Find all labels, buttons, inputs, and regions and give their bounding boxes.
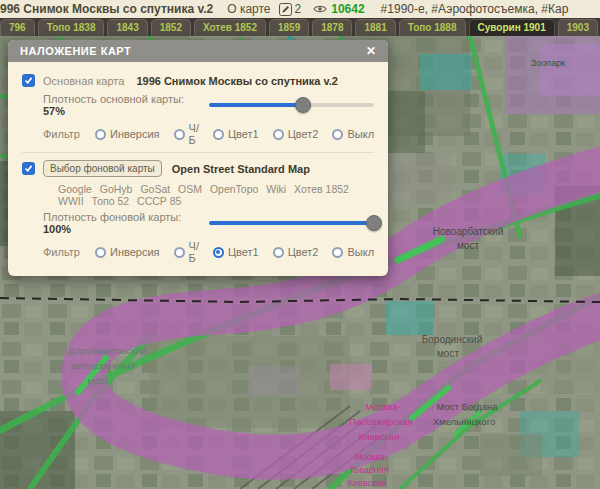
svg-text:мост: мост <box>88 375 110 386</box>
label-novoarbatsky-bridge: Новоарбатский <box>433 226 504 237</box>
radio-icon <box>332 129 343 140</box>
link-gosat[interactable]: GoSat <box>140 183 170 195</box>
label-kievsky-freight-station: Москва- <box>354 452 388 462</box>
tab-1881[interactable]: 1881 <box>355 19 395 36</box>
tab-suvorin-1901[interactable]: Суворин 1901 <box>469 19 555 36</box>
slider-fill <box>209 103 303 107</box>
svg-text:Пассажирская: Пассажирская <box>349 416 412 427</box>
radio-icon <box>213 247 224 258</box>
main-map-label: Основная карта <box>43 75 124 87</box>
background-filter-bw[interactable]: Ч/Б <box>174 240 199 264</box>
link-google[interactable]: Google <box>58 183 92 195</box>
background-filter-color2[interactable]: Цвет2 <box>273 246 319 258</box>
main-map-checkbox[interactable] <box>22 74 35 87</box>
link-opentopo[interactable]: OpenTopo <box>210 183 258 195</box>
main-filter-off[interactable]: Выкл <box>332 128 374 140</box>
main-filter-inversion[interactable]: Инверсия <box>95 128 160 140</box>
label-bogdan-khmelnitsky-bridge: Мост Богдана <box>437 401 499 412</box>
background-opacity-label: Плотность фоновой карты: 100% <box>43 211 199 235</box>
radio-icon <box>174 129 185 140</box>
main-opacity-label: Плотность основной карты: 57% <box>43 93 199 117</box>
svg-text:Товарная: Товарная <box>349 465 388 475</box>
tab-1859[interactable]: 1859 <box>269 19 309 36</box>
radio-icon <box>95 129 106 140</box>
tab-khotev-1852[interactable]: Хотев 1852 <box>194 19 266 36</box>
main-map-name: 1996 Снимок Москвы со спутника v.2 <box>136 75 338 87</box>
link-topo-52[interactable]: Топо 52 <box>92 195 130 207</box>
link-khotev-1852[interactable]: Хотев 1852 <box>294 183 349 195</box>
edit-count: 2 <box>295 2 302 16</box>
radio-icon <box>332 247 343 258</box>
top-header-bar: 996 Снимок Москвы со спутника v.2 О карт… <box>0 0 600 18</box>
background-filter-off[interactable]: Выкл <box>332 246 374 258</box>
tab-1843[interactable]: 1843 <box>107 19 147 36</box>
svg-text:Хмельницкого: Хмельницкого <box>433 416 495 427</box>
tab-topo-1888[interactable]: Топо 1888 <box>399 19 466 36</box>
background-map-name: Open Street Standard Map <box>172 163 310 175</box>
background-map-checkbox[interactable] <box>22 162 35 175</box>
slider-handle[interactable] <box>366 215 382 231</box>
tab-1878[interactable]: 1878 <box>312 19 352 36</box>
tab-topo-1838[interactable]: Топо 1838 <box>38 19 105 36</box>
background-filter-label: Фильтр <box>43 246 95 258</box>
views-count: 10642 <box>331 2 364 16</box>
label-kievsky-passenger-station: Москва- <box>365 401 401 412</box>
tab-1903-a[interactable]: 1903 <box>558 19 598 36</box>
tab-1852[interactable]: 1852 <box>151 19 191 36</box>
about-map-link[interactable]: О карте <box>227 2 270 16</box>
tab-1796[interactable]: 796 <box>0 19 35 36</box>
svg-text:Киевская: Киевская <box>348 478 387 488</box>
svg-text:мост: мост <box>457 240 479 251</box>
radio-icon <box>95 247 106 258</box>
radio-icon <box>174 247 185 258</box>
check-icon <box>24 76 33 85</box>
choose-background-map-button[interactable]: Выбор фоновой карты <box>43 160 162 177</box>
background-filter-color1[interactable]: Цвет1 <box>213 246 259 258</box>
background-opacity-value: 100% <box>43 223 71 235</box>
radio-icon <box>273 247 284 258</box>
map-year-tabs: 796 Топо 1838 1843 1852 Хотев 1852 1859 … <box>0 18 600 36</box>
map-overlay-dialog: НАЛОЖЕНИЕ КАРТ ✕ Основная карта 1996 Сни… <box>8 40 388 276</box>
dialog-header[interactable]: НАЛОЖЕНИЕ КАРТ ✕ <box>8 40 388 62</box>
label-borodinsky-bridge: Бородинский <box>422 334 483 345</box>
main-filter-label: Фильтр <box>43 128 95 140</box>
slider-handle[interactable] <box>295 97 311 113</box>
radio-icon <box>213 129 224 140</box>
label-zoo: Зоопарк <box>531 58 565 68</box>
edit-pencil-icon[interactable] <box>279 3 292 16</box>
dialog-title: НАЛОЖЕНИЕ КАРТ <box>20 45 131 57</box>
background-map-quick-links: Google GoHyb GoSat OSM OpenTopo Wiki Хот… <box>22 183 374 207</box>
close-icon[interactable]: ✕ <box>366 45 376 57</box>
main-filter-color2[interactable]: Цвет2 <box>273 128 319 140</box>
link-wiki[interactable]: Wiki <box>266 183 286 195</box>
main-opacity-slider[interactable] <box>209 97 374 113</box>
link-wwii[interactable]: WWII <box>58 195 84 207</box>
current-map-title: 996 Снимок Москвы со спутника v.2 <box>0 2 213 16</box>
background-filter-inversion[interactable]: Инверсия <box>95 246 160 258</box>
slider-fill <box>209 221 374 225</box>
svg-text:мост: мост <box>437 348 459 359</box>
eye-views-icon <box>313 4 327 14</box>
label-dorogomilovsky-bridge: Дорогомиловский <box>68 345 146 356</box>
radio-icon <box>273 129 284 140</box>
link-osm[interactable]: OSM <box>178 183 202 195</box>
svg-text:автодорожный: автодорожный <box>71 360 135 371</box>
check-icon <box>24 164 33 173</box>
section-divider <box>22 152 374 153</box>
page: 996 Снимок Москвы со спутника v.2 О карт… <box>0 0 600 489</box>
main-filter-bw[interactable]: Ч/Б <box>174 122 199 146</box>
svg-text:Киевская: Киевская <box>359 431 400 442</box>
link-gohyb[interactable]: GoHyb <box>100 183 133 195</box>
link-cccp-85[interactable]: СССР 85 <box>137 195 181 207</box>
main-filter-color1[interactable]: Цвет1 <box>213 128 259 140</box>
background-opacity-slider[interactable] <box>209 215 374 231</box>
map-hashtags[interactable]: #1990-е, #Аэрофотосъемка, #Кар <box>381 2 569 16</box>
main-opacity-value: 57% <box>43 105 65 117</box>
